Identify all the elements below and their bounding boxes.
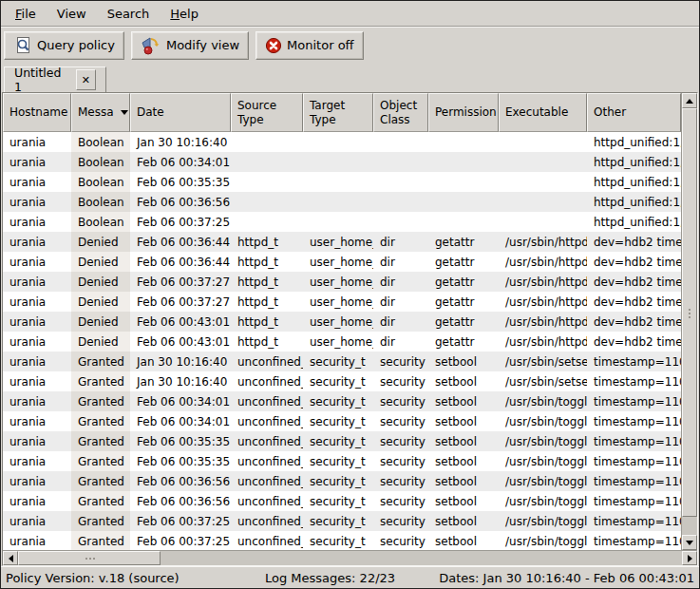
cell-permission: getattr	[428, 252, 499, 272]
log-row[interactable]: uraniaGrantedFeb 06 00:36:56unconfined_s…	[3, 491, 681, 511]
monitor-off-button[interactable]: Monitor off	[255, 31, 363, 60]
cell-permission: setbool	[428, 431, 499, 451]
log-row[interactable]: uraniaGrantedFeb 06 00:37:25unconfined_s…	[3, 531, 681, 550]
cell-date: Feb 06 00:37:27	[130, 272, 231, 292]
cell-target	[303, 172, 373, 192]
thumb-grip-icon	[689, 313, 691, 314]
cell-permission	[428, 212, 499, 232]
log-row[interactable]: uraniaDeniedFeb 06 00:43:01httpd_tuser_h…	[3, 332, 681, 352]
column-header-source[interactable]: Source Type	[231, 93, 303, 132]
scroll-right-button[interactable]	[682, 551, 697, 565]
status-bar: Policy Version: v.18 (source) Log Messag…	[1, 566, 699, 588]
query-policy-button[interactable]: Query policy	[4, 31, 124, 60]
cell-other: httpd_unified:1, h	[587, 212, 681, 232]
log-row[interactable]: uraniaGrantedFeb 06 00:34:01unconfined_s…	[3, 411, 681, 431]
cell-target: security_t	[303, 531, 373, 550]
column-header-other[interactable]: Other	[587, 93, 681, 132]
log-row[interactable]: uraniaDeniedFeb 06 00:36:44httpd_tuser_h…	[3, 232, 681, 252]
column-header-label: Messa	[78, 105, 114, 119]
log-row[interactable]: uraniaGrantedFeb 06 00:35:35unconfined_s…	[3, 451, 681, 471]
menu-search[interactable]: Search	[97, 3, 161, 25]
cell-objclass: security	[373, 411, 428, 431]
cell-target	[303, 212, 373, 232]
column-header-permission[interactable]: Permission	[428, 93, 499, 132]
cell-message: Boolean	[71, 132, 130, 152]
column-header-target[interactable]: Target Type	[303, 93, 373, 132]
cell-executable	[499, 192, 587, 212]
cell-other: timestamp=11076	[587, 471, 681, 491]
cell-other: timestamp=11076	[587, 531, 681, 550]
log-row[interactable]: uraniaGrantedFeb 06 00:34:01unconfined_s…	[3, 391, 681, 411]
log-row[interactable]: uraniaBooleanFeb 06 00:37:25httpd_unifie…	[3, 212, 681, 232]
log-row[interactable]: uraniaBooleanFeb 06 00:36:56httpd_unifie…	[3, 192, 681, 212]
scroll-left-button[interactable]	[3, 551, 18, 565]
log-row[interactable]: uraniaDeniedFeb 06 00:37:27httpd_tuser_h…	[3, 272, 681, 292]
cell-executable: /usr/sbin/setseb	[499, 352, 587, 371]
log-row[interactable]: uraniaGrantedJan 30 10:16:40unconfined_s…	[3, 371, 681, 391]
log-row[interactable]: uraniaDeniedFeb 06 00:37:27httpd_tuser_h…	[3, 292, 681, 312]
menu-help[interactable]: Help	[160, 3, 209, 25]
tab-label: Untitled 1	[14, 66, 67, 94]
cell-date: Jan 30 10:16:40	[130, 352, 231, 371]
tab-untitled-1[interactable]: Untitled 1 ✕	[4, 66, 106, 92]
column-header-label: Target Type	[310, 99, 367, 126]
cell-objclass: dir	[373, 292, 428, 312]
query-policy-icon	[13, 36, 32, 55]
cell-source	[231, 152, 303, 172]
log-table-body: uraniaBooleanJan 30 10:16:40httpd_unifie…	[3, 132, 681, 550]
log-row[interactable]: uraniaBooleanFeb 06 00:35:35httpd_unifie…	[3, 172, 681, 192]
cell-date: Feb 06 00:34:01	[130, 152, 231, 172]
menu-file[interactable]: File	[5, 3, 47, 25]
log-row[interactable]: uraniaGrantedFeb 06 00:35:35unconfined_s…	[3, 431, 681, 451]
modify-view-label: Modify view	[166, 38, 239, 52]
horizontal-scrollbar-thumb[interactable]	[18, 551, 161, 565]
cell-permission	[428, 172, 499, 192]
cell-objclass	[373, 152, 428, 172]
column-header-executable[interactable]: Executable	[499, 93, 587, 132]
cell-permission: setbool	[428, 531, 499, 550]
cell-objclass: dir	[373, 332, 428, 352]
cell-date: Jan 30 10:16:40	[130, 371, 231, 391]
cell-executable: /usr/sbin/toggle	[499, 431, 587, 451]
cell-hostname: urania	[3, 252, 71, 272]
arrow-up-icon	[686, 99, 693, 104]
log-row[interactable]: uraniaGrantedJan 30 10:16:40unconfined_s…	[3, 352, 681, 371]
cell-source: httpd_t	[231, 272, 303, 292]
scroll-down-button[interactable]	[682, 535, 697, 550]
modify-view-button[interactable]: Modify view	[131, 31, 249, 60]
policy-version-status: Policy Version: v.18 (source)	[6, 571, 180, 585]
cell-source	[231, 192, 303, 212]
column-header-hostname[interactable]: Hostname	[3, 93, 71, 132]
cell-objclass: dir	[373, 312, 428, 332]
cell-target: user_home_	[303, 332, 373, 352]
cell-message: Granted	[71, 471, 130, 491]
cell-message: Granted	[71, 491, 130, 511]
log-row[interactable]: uraniaDeniedFeb 06 00:43:01httpd_tuser_h…	[3, 312, 681, 332]
log-row[interactable]: uraniaBooleanJan 30 10:16:40httpd_unifie…	[3, 132, 681, 152]
horizontal-scrollbar[interactable]	[3, 550, 697, 565]
cell-source: httpd_t	[231, 252, 303, 272]
cell-target: security_t	[303, 371, 373, 391]
log-row[interactable]: uraniaGrantedFeb 06 00:36:56unconfined_s…	[3, 471, 681, 491]
vertical-scrollbar[interactable]	[681, 93, 697, 550]
cell-target: user_home_	[303, 232, 373, 252]
cell-date: Feb 06 00:37:25	[130, 212, 231, 232]
cell-other: httpd_unified:1, h	[587, 192, 681, 212]
cell-message: Granted	[71, 352, 130, 371]
menu-view[interactable]: View	[47, 3, 97, 25]
cell-hostname: urania	[3, 531, 71, 550]
log-row[interactable]: uraniaDeniedFeb 06 00:36:44httpd_tuser_h…	[3, 252, 681, 272]
column-header-date[interactable]: Date	[130, 93, 231, 132]
vertical-scrollbar-thumb[interactable]	[682, 108, 697, 517]
cell-executable: /usr/sbin/toggle	[499, 451, 587, 471]
log-row[interactable]: uraniaBooleanFeb 06 00:34:01httpd_unifie…	[3, 152, 681, 172]
column-header-message[interactable]: Messa	[71, 93, 130, 132]
cell-other: httpd_unified:1, h	[587, 172, 681, 192]
monitor-off-label: Monitor off	[287, 38, 353, 52]
tab-close-button[interactable]: ✕	[76, 69, 96, 90]
cell-target	[303, 152, 373, 172]
cell-permission: setbool	[428, 451, 499, 471]
log-row[interactable]: uraniaGrantedFeb 06 00:37:25unconfined_s…	[3, 511, 681, 531]
scroll-up-button[interactable]	[682, 93, 697, 108]
column-header-objclass[interactable]: Object Class	[373, 93, 428, 132]
